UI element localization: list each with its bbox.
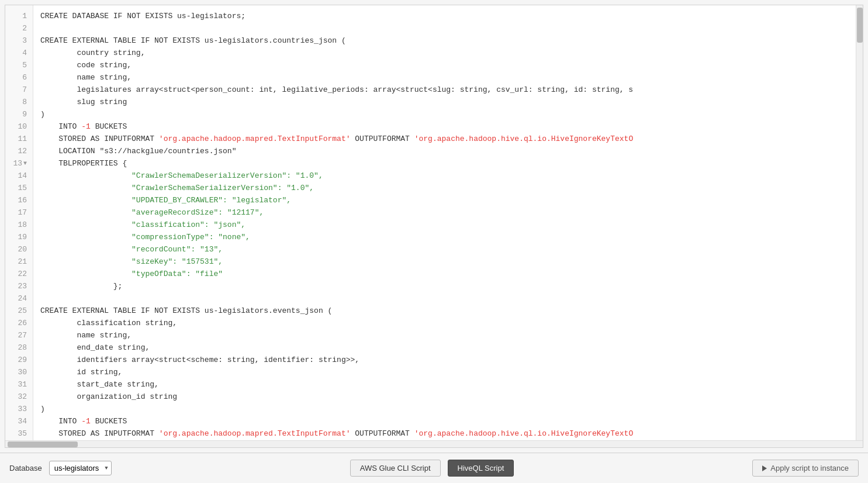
code-line-17: "averageRecordSize": "12117", [40,206,849,219]
code-line-18: "classification": "json", [40,219,849,231]
code-line-16: "UPDATED_BY_CRAWLER": "legislator", [40,194,849,206]
scrollbar-thumb-vertical[interactable] [857,8,863,43]
code-line-29: identifiers array<struct<scheme: string,… [40,354,849,366]
code-line-25: CREATE EXTERNAL TABLE IF NOT EXISTS us-l… [40,305,849,317]
line-number-30: 30 [5,366,33,378]
code-line-19: "compressionType": "none", [40,231,849,243]
line-number-2: 2 [5,22,33,34]
line-number-14: 14 [5,170,33,182]
line-number-17: 17 [5,206,33,219]
line-number-27: 27 [5,329,33,341]
scrollbar-horizontal[interactable] [5,440,863,447]
code-line-11: STORED AS INPUTFORMAT 'org.apache.hadoop… [40,133,849,145]
line-number-3: 3 [5,34,33,47]
code-line-22: "typeOfData": "file" [40,268,849,280]
line-number-19: 19 [5,231,33,243]
line-number-4: 4 [5,47,33,59]
line-number-18: 18 [5,219,33,231]
line-number-34: 34 [5,415,33,427]
line-number-13: 13▼ [5,157,33,170]
code-line-33: ) [40,403,849,415]
db-label: Database [9,464,42,472]
apply-script-button[interactable]: Apply script to instance [752,460,859,477]
scrollbar-thumb-horizontal[interactable] [8,441,78,447]
code-content[interactable]: CREATE DATABASE IF NOT EXISTS us-legisla… [33,5,856,440]
line-number-23: 23 [5,280,33,292]
footer-bar: Database us-legislators AWS Glue CLI Scr… [0,453,868,483]
line-number-8: 8 [5,96,33,108]
code-line-27: name string, [40,329,849,341]
code-line-31: start_date string, [40,378,849,391]
line-number-9: 9 [5,108,33,120]
db-select-wrapper[interactable]: us-legislators [49,461,112,475]
line-number-15: 15 [5,182,33,194]
line-number-16: 16 [5,194,33,206]
code-line-30: id string, [40,366,849,378]
line-number-32: 32 [5,391,33,403]
line-number-12: 12 [5,145,33,157]
line-number-24: 24 [5,292,33,305]
code-line-4: country string, [40,47,849,59]
code-line-5: code string, [40,59,849,71]
code-line-10: INTO -1 BUCKETS [40,120,849,133]
play-icon [762,465,767,471]
line-number-22: 22 [5,268,33,280]
scrollbar-vertical[interactable] [856,5,863,440]
line-number-28: 28 [5,341,33,354]
code-line-20: "recordCount": "13", [40,243,849,256]
line-number-26: 26 [5,317,33,329]
db-select[interactable]: us-legislators [49,461,112,475]
code-line-28: end_date string, [40,341,849,354]
line-number-10: 10 [5,120,33,133]
code-line-13: TBLPROPERTIES { [40,157,849,170]
line-number-21: 21 [5,256,33,268]
code-line-1: CREATE DATABASE IF NOT EXISTS us-legisla… [40,10,849,22]
line-number-33: 33 [5,403,33,415]
code-line-7: legislatures array<struct<person_count: … [40,84,849,96]
line-number-11: 11 [5,133,33,145]
line-number-29: 29 [5,354,33,366]
line-number-7: 7 [5,84,33,96]
code-line-9: ) [40,108,849,120]
line-number-31: 31 [5,378,33,391]
code-line-23: }; [40,280,849,292]
code-line-14: "CrawlerSchemaDeserializerVersion": "1.0… [40,170,849,182]
line-numbers: 12345678910111213▼1415161718192021222324… [5,5,33,440]
code-line-2 [40,22,849,34]
arrow-indicator: ▼ [23,157,27,170]
cli-script-button[interactable]: AWS Glue CLI Script [350,460,441,477]
line-number-1: 1 [5,10,33,22]
code-line-24 [40,292,849,305]
line-number-20: 20 [5,243,33,256]
code-line-32: organization_id string [40,391,849,403]
code-line-12: LOCATION "s3://hackglue/countries.json" [40,145,849,157]
code-line-6: name string, [40,71,849,84]
code-line-26: classification string, [40,317,849,329]
code-line-8: slug string [40,96,849,108]
code-area[interactable]: 12345678910111213▼1415161718192021222324… [5,5,863,440]
line-number-5: 5 [5,59,33,71]
code-line-15: "CrawlerSchemaSerializerVersion": "1.0", [40,182,849,194]
code-line-34: INTO -1 BUCKETS [40,415,849,427]
code-line-3: CREATE EXTERNAL TABLE IF NOT EXISTS us-l… [40,34,849,47]
hiveql-script-button[interactable]: HiveQL Script [448,460,514,477]
line-number-6: 6 [5,71,33,84]
editor-container: 12345678910111213▼1415161718192021222324… [5,5,863,448]
line-number-35: 35 [5,427,33,440]
code-line-21: "sizeKey": "157531", [40,256,849,268]
code-line-35: STORED AS INPUTFORMAT 'org.apache.hadoop… [40,427,849,440]
line-number-25: 25 [5,305,33,317]
